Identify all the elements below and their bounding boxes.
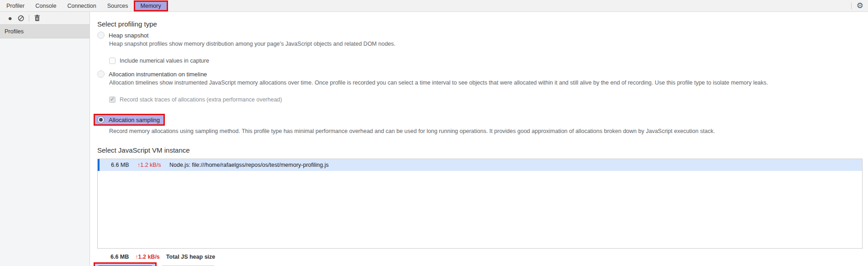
option-allocation-sampling[interactable]: Allocation sampling bbox=[97, 116, 160, 123]
vm-instance-heap-size: 6.6 MB bbox=[111, 162, 132, 168]
memory-panel-main: Select profiling type Heap snapshot Heap… bbox=[90, 12, 868, 266]
annotation-box-memory-tab: Memory bbox=[134, 0, 168, 11]
devtools-tabbar: Profiler Console Connection Sources Memo… bbox=[0, 0, 868, 12]
profiling-type-heading: Select profiling type bbox=[97, 20, 863, 28]
vm-instance-list: 6.6 MB ↑1.2 kB/s Node.js: file:///home/r… bbox=[97, 159, 863, 249]
allocation-sampling-description: Record memory allocations using sampling… bbox=[109, 128, 863, 134]
option-heap-snapshot[interactable]: Heap snapshot bbox=[97, 32, 863, 39]
total-heap-label: Total JS heap size bbox=[166, 254, 215, 260]
sidebar-item-profiles[interactable]: Profiles bbox=[0, 25, 89, 38]
total-heap-size: 6.6 MB bbox=[110, 254, 129, 260]
gear-icon[interactable]: ⚙ bbox=[857, 2, 863, 10]
vm-instance-heading: Select JavaScript VM instance bbox=[97, 146, 863, 154]
memory-toolbar: ● bbox=[0, 12, 89, 25]
clear-button[interactable] bbox=[16, 13, 26, 24]
tab-sources[interactable]: Sources bbox=[102, 0, 134, 12]
allocation-timeline-radio[interactable] bbox=[97, 70, 105, 78]
trash-icon bbox=[34, 15, 40, 21]
delete-profile-button[interactable] bbox=[32, 13, 42, 24]
record-button[interactable]: ● bbox=[5, 13, 16, 24]
heap-snapshot-label[interactable]: Heap snapshot bbox=[109, 32, 148, 39]
profiles-sidebar: ● Profiles bbox=[0, 12, 90, 266]
tab-connection[interactable]: Connection bbox=[62, 0, 101, 12]
toolbar-separator bbox=[29, 15, 29, 21]
record-icon: ● bbox=[8, 15, 12, 21]
heap-snapshot-description: Heap snapshot profiles show memory distr… bbox=[109, 41, 863, 47]
allocation-timeline-label[interactable]: Allocation instrumentation on timeline bbox=[109, 71, 207, 78]
annotation-box-allocation-sampling: Allocation sampling bbox=[94, 114, 165, 126]
annotation-box-start-button: Start bbox=[94, 262, 157, 266]
option-allocation-timeline[interactable]: Allocation instrumentation on timeline bbox=[97, 70, 863, 78]
total-heap-row: 6.6 MB ↑1.2 kB/s Total JS heap size bbox=[110, 254, 863, 260]
vm-instance-heap-rate: ↑1.2 kB/s bbox=[137, 162, 161, 168]
total-heap-rate: ↑1.2 kB/s bbox=[135, 254, 160, 260]
vm-instance-row[interactable]: 6.6 MB ↑1.2 kB/s Node.js: file:///home/r… bbox=[98, 159, 862, 171]
allocation-sampling-label[interactable]: Allocation sampling bbox=[109, 117, 160, 123]
action-buttons-row: Start Load bbox=[97, 262, 863, 266]
record-stack-traces-label[interactable]: Record stack traces of allocations (extr… bbox=[120, 96, 282, 103]
clear-circle-slash-icon bbox=[18, 15, 24, 21]
include-numerical-values-option[interactable]: Include numerical values in capture bbox=[109, 58, 863, 64]
tab-memory[interactable]: Memory bbox=[135, 2, 167, 10]
tab-profiler[interactable]: Profiler bbox=[1, 0, 30, 12]
record-stack-traces-checkbox[interactable] bbox=[109, 96, 116, 103]
include-numerical-values-label[interactable]: Include numerical values in capture bbox=[120, 58, 209, 64]
tabbar-right-controls: ⚙ bbox=[851, 2, 868, 10]
heap-snapshot-radio[interactable] bbox=[97, 32, 105, 39]
tab-console[interactable]: Console bbox=[30, 0, 62, 12]
allocation-timeline-description: Allocation timelines show instrumented J… bbox=[109, 80, 863, 86]
record-stack-traces-option[interactable]: Record stack traces of allocations (extr… bbox=[109, 96, 863, 103]
tabbar-separator bbox=[851, 2, 852, 9]
include-numerical-values-checkbox[interactable] bbox=[109, 58, 116, 64]
allocation-sampling-radio[interactable] bbox=[97, 116, 105, 123]
vm-instance-name: Node.js: file:///home/rafaelgss/repos/os… bbox=[169, 162, 329, 168]
